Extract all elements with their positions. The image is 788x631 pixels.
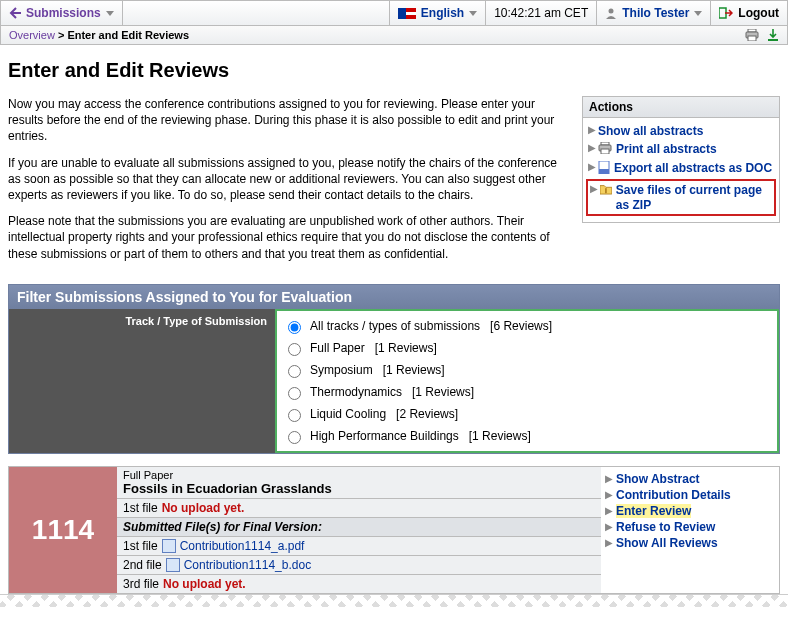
user-name: Thilo Tester (622, 6, 689, 20)
back-arrow-icon (9, 7, 21, 19)
filter-radio[interactable] (288, 387, 301, 400)
filter-heading: Filter Submissions Assigned to You for E… (9, 285, 779, 309)
breadcrumb-current: Enter and Edit Reviews (67, 29, 189, 41)
no-upload-status: No upload yet. (163, 577, 246, 591)
file-link-1[interactable]: Contribution1114_a.pdf (180, 539, 305, 553)
breadcrumb-overview[interactable]: Overview (9, 29, 55, 41)
breadcrumb: Overview > Enter and Edit Reviews (9, 29, 189, 41)
submission-title-row: Full Paper Fossils in Ecuadorian Grassla… (117, 467, 601, 499)
submissions-label: Submissions (26, 6, 101, 20)
action-print-all-abstracts[interactable]: ▶ Print all abstracts (585, 140, 777, 158)
filter-option-label: Full Paper [1 Reviews] (310, 341, 437, 355)
svg-rect-4 (748, 36, 756, 41)
svg-rect-1 (719, 8, 726, 18)
top-toolbar: Submissions English 10:42:21 am CET Thil… (0, 0, 788, 26)
first-file-row: 1st file No upload yet. (117, 499, 601, 518)
file-icon (162, 539, 176, 553)
clock-cell: 10:42:21 am CET (486, 1, 597, 25)
filter-option[interactable]: Thermodynamics [1 Reviews] (283, 381, 771, 403)
language-label: English (421, 6, 464, 20)
print-icon[interactable] (745, 29, 759, 41)
filter-radio[interactable] (288, 365, 301, 378)
filter-label: Track / Type of Submission (9, 309, 275, 453)
submitted-files-header: Submitted File(s) for Final Version: (117, 518, 601, 537)
action-show-all-reviews[interactable]: ▶Show All Reviews (605, 535, 775, 551)
action-refuse-review[interactable]: ▶Refuse to Review (605, 519, 775, 535)
action-export-doc[interactable]: ▶ Export all abstracts as DOC (585, 159, 777, 177)
action-show-all-abstracts[interactable]: ▶ Show all abstracts (585, 122, 777, 140)
doc-icon (598, 161, 610, 174)
file-icon (166, 558, 180, 572)
submission-actions: ▶Show Abstract ▶Contribution Details ▶En… (601, 467, 779, 593)
filter-option-label: All tracks / types of submissions [6 Rev… (310, 319, 552, 333)
file-row-1: 1st file Contribution1114_a.pdf (117, 537, 601, 556)
file-row-2: 2nd file Contribution1114_b.doc (117, 556, 601, 575)
printer-icon (598, 142, 612, 154)
actions-heading: Actions (582, 96, 780, 118)
no-upload-status: No upload yet. (162, 501, 245, 515)
filter-option[interactable]: Liquid Cooling [2 Reviews] (283, 403, 771, 425)
filter-radio[interactable] (288, 321, 301, 334)
action-enter-review[interactable]: ▶Enter Review (605, 503, 775, 519)
svg-rect-10 (599, 169, 609, 174)
filter-radio[interactable] (288, 409, 301, 422)
svg-point-0 (609, 9, 614, 14)
zip-folder-icon (600, 183, 612, 195)
submission-track: Full Paper (123, 469, 595, 481)
page-title: Enter and Edit Reviews (8, 59, 780, 82)
filter-option-label: Thermodynamics [1 Reviews] (310, 385, 474, 399)
filter-option[interactable]: Symposium [1 Reviews] (283, 359, 771, 381)
submission-card: 1114 Full Paper Fossils in Ecuadorian Gr… (8, 466, 780, 594)
intro-text: Now you may access the conference contri… (8, 96, 572, 262)
svg-rect-11 (605, 188, 607, 193)
filter-option-label: High Performance Buildings [1 Reviews] (310, 429, 531, 443)
filter-option[interactable]: High Performance Buildings [1 Reviews] (283, 425, 771, 447)
action-contribution-details[interactable]: ▶Contribution Details (605, 487, 775, 503)
chevron-down-icon (694, 11, 702, 16)
logout-icon (719, 7, 733, 19)
toolbar-spacer (123, 1, 390, 25)
filter-radio[interactable] (288, 343, 301, 356)
file-link-2[interactable]: Contribution1114_b.doc (184, 558, 311, 572)
chevron-down-icon (469, 11, 477, 16)
logout-button[interactable]: Logout (711, 1, 787, 25)
user-menu[interactable]: Thilo Tester (597, 1, 711, 25)
filter-option-label: Symposium [1 Reviews] (310, 363, 445, 377)
user-icon (605, 7, 617, 19)
uk-flag-icon (398, 8, 416, 19)
filter-panel: Filter Submissions Assigned to You for E… (8, 284, 780, 454)
actions-panel: Actions ▶ Show all abstracts ▶ Print all… (582, 96, 780, 272)
svg-rect-8 (601, 149, 609, 154)
breadcrumb-bar: Overview > Enter and Edit Reviews (0, 26, 788, 45)
submission-id: 1114 (9, 467, 117, 593)
action-save-zip[interactable]: ▶ Save files of current page as ZIP (586, 179, 776, 216)
submissions-menu[interactable]: Submissions (1, 1, 123, 25)
file-row-3: 3rd file No upload yet. (117, 575, 601, 593)
logout-label: Logout (738, 6, 779, 20)
filter-options: All tracks / types of submissions [6 Rev… (275, 309, 779, 453)
download-icon[interactable] (767, 29, 779, 41)
action-show-abstract[interactable]: ▶Show Abstract (605, 471, 775, 487)
filter-radio[interactable] (288, 431, 301, 444)
filter-option[interactable]: All tracks / types of submissions [6 Rev… (283, 315, 771, 337)
language-selector[interactable]: English (390, 1, 486, 25)
svg-rect-5 (768, 39, 778, 41)
submission-title: Fossils in Ecuadorian Grasslands (123, 481, 595, 496)
filter-option-label: Liquid Cooling [2 Reviews] (310, 407, 458, 421)
torn-edge (0, 594, 788, 607)
chevron-down-icon (106, 11, 114, 16)
clock-text: 10:42:21 am CET (494, 6, 588, 20)
filter-option[interactable]: Full Paper [1 Reviews] (283, 337, 771, 359)
